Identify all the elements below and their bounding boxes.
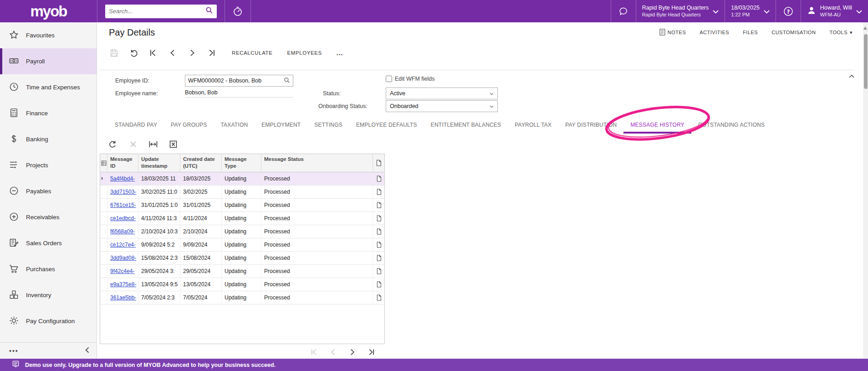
file-icon[interactable] [373, 252, 384, 264]
message-type-cell[interactable]: Updating [222, 212, 261, 225]
message-type-cell[interactable]: Updating [222, 186, 261, 198]
global-search[interactable] [105, 5, 217, 18]
files-link[interactable]: FILES [743, 30, 758, 35]
tab[interactable]: STANDARD PAY [108, 118, 164, 134]
vertical-scrollbar[interactable] [863, 22, 868, 359]
toolbar-more-button[interactable]: ... [329, 49, 351, 57]
message-status-cell[interactable]: Processed [261, 278, 373, 291]
feedback-icon[interactable] [611, 0, 636, 22]
update-timestamp-cell[interactable]: 4/11/2024 11:3 [138, 212, 180, 225]
help-icon[interactable]: ? [776, 0, 801, 22]
tab[interactable]: PAY DISTRIBUTION [558, 118, 623, 134]
message-status-cell[interactable]: Processed [261, 172, 373, 185]
go-next-button[interactable] [185, 47, 199, 59]
table-row[interactable]: 361ae5bb- 7/05/2024 2:3 7/05/2024 Updati… [100, 291, 384, 304]
message-id-link[interactable]: 3dd9ad08- [110, 255, 136, 261]
customisation-link[interactable]: CUSTOMISATION [771, 30, 816, 35]
file-icon[interactable] [373, 186, 384, 198]
message-status-cell[interactable]: Processed [261, 252, 373, 264]
update-timestamp-cell[interactable]: 15/08/2024 2:3 [138, 252, 180, 264]
table-row[interactable]: e9a375e8- 13/05/2024 9:5 13/05/2024 Upda… [100, 278, 384, 291]
scrollbar-thumb[interactable] [864, 34, 868, 89]
tab[interactable]: MESSAGE HISTORY [623, 118, 691, 134]
fit-width-icon[interactable] [148, 139, 158, 149]
row-selector-cell[interactable] [100, 199, 107, 211]
tab[interactable]: OUTSTANDING ACTIONS [691, 118, 771, 134]
message-status-cell[interactable]: Processed [261, 212, 373, 225]
message-type-cell[interactable]: Updating [222, 199, 261, 211]
message-id-cell[interactable]: ce12c7e4- [107, 238, 138, 251]
sidebar-item[interactable]: Banking [0, 126, 97, 152]
update-timestamp-cell[interactable]: 29/05/2024 3: [138, 265, 180, 278]
business-date-selector[interactable]: 18/03/2025 1:22 PM [725, 0, 776, 22]
collapse-panel-chevron[interactable] [847, 70, 856, 82]
message-id-link[interactable]: 9f42c4e4- [110, 268, 134, 274]
sidebar-item[interactable]: Inventory [0, 282, 97, 308]
status-select[interactable]: Active [386, 88, 498, 99]
search-input[interactable] [109, 8, 205, 15]
activities-link[interactable]: ACTIVITIES [700, 30, 729, 35]
created-date-cell[interactable]: 15/08/2024 [180, 252, 222, 264]
file-icon[interactable] [373, 278, 384, 291]
message-id-link[interactable]: 3dd71503- [110, 189, 136, 195]
table-row[interactable]: › 5a4f4bd4- 18/03/2025 11 18/03/2025 Upd… [100, 172, 384, 186]
tab[interactable]: PAY GROUPS [164, 118, 214, 134]
refresh-icon[interactable] [108, 139, 118, 149]
tab[interactable]: ENTITLEMENT BALANCES [424, 118, 508, 134]
search-icon[interactable] [205, 6, 213, 16]
created-date-cell[interactable]: 3/02/2025 [180, 186, 222, 198]
created-date-cell[interactable]: 29/05/2024 [180, 265, 222, 278]
message-status-cell[interactable]: Processed [261, 225, 373, 238]
row-selector-cell[interactable] [100, 212, 107, 225]
created-date-cell[interactable]: 9/09/2024 [180, 238, 222, 251]
column-header[interactable]: Message ID [107, 154, 138, 172]
message-type-cell[interactable]: Updating [222, 278, 261, 291]
column-header[interactable]: Created date (UTC) [180, 154, 222, 172]
message-id-link[interactable]: 5a4f4bd4- [110, 175, 135, 182]
row-selector-cell[interactable] [100, 252, 107, 264]
table-row[interactable]: 3dd9ad08- 15/08/2024 2:3 15/08/2024 Upda… [100, 252, 384, 265]
table-row[interactable]: ce12c7e4- 9/09/2024 5:2 9/09/2024 Updati… [100, 238, 384, 252]
message-id-link[interactable]: f6568a09- [110, 228, 135, 235]
update-timestamp-cell[interactable]: 7/05/2024 2:3 [138, 291, 180, 304]
message-status-cell[interactable]: Processed [261, 291, 373, 304]
file-icon[interactable] [373, 212, 384, 225]
message-type-cell[interactable]: Updating [222, 238, 261, 251]
sidebar-item[interactable]: Payables [0, 178, 97, 204]
notes-link[interactable]: NOTES [659, 29, 686, 36]
message-id-cell[interactable]: 5a4f4bd4- [107, 172, 138, 185]
created-date-cell[interactable]: 18/03/2025 [180, 172, 222, 185]
message-id-cell[interactable]: 3dd71503- [107, 186, 138, 198]
table-row[interactable]: ce1edbcd- 4/11/2024 11:3 4/11/2024 Updat… [100, 212, 384, 225]
row-selector-cell[interactable] [100, 238, 107, 251]
update-timestamp-cell[interactable]: 2/10/2024 10:3 [138, 225, 180, 238]
go-first-button[interactable] [146, 47, 160, 59]
row-selector-cell[interactable]: › [100, 172, 107, 185]
tab[interactable]: EMPLOYMENT [255, 118, 307, 134]
message-id-link[interactable]: 361ae5bb- [110, 294, 136, 301]
message-type-cell[interactable]: Updating [222, 172, 261, 185]
save-button[interactable] [107, 47, 121, 59]
update-timestamp-cell[interactable]: 31/01/2025 1:0 [138, 199, 180, 211]
employee-id-field[interactable] [185, 75, 293, 87]
message-id-link[interactable]: ce1edbcd- [110, 215, 136, 222]
edit-wfm-checkbox-input[interactable] [386, 76, 392, 82]
created-date-cell[interactable]: 7/05/2024 [180, 291, 222, 304]
message-type-cell[interactable]: Updating [222, 265, 261, 278]
page-first-button[interactable] [311, 349, 317, 356]
message-status-cell[interactable]: Processed [261, 265, 373, 278]
tab[interactable]: EMPLOYEE DEFAULTS [349, 118, 424, 134]
sidebar-item[interactable]: Purchases [0, 256, 97, 282]
company-selector[interactable]: Rapid Byte Head Quarters Rapid Byte Head… [636, 0, 725, 22]
message-status-cell[interactable]: Processed [261, 186, 373, 198]
file-icon[interactable] [373, 291, 384, 304]
sidebar-item[interactable]: Favourites [0, 22, 97, 48]
page-last-button[interactable] [368, 349, 375, 356]
message-status-cell[interactable]: Processed [261, 238, 373, 251]
message-type-cell[interactable]: Updating [222, 252, 261, 264]
lookup-icon[interactable] [284, 77, 290, 85]
row-selector-cell[interactable] [100, 278, 107, 291]
created-date-cell[interactable]: 2/10/2024 [180, 225, 222, 238]
update-timestamp-cell[interactable]: 13/05/2024 9:5 [138, 278, 180, 291]
file-icon[interactable] [373, 225, 384, 238]
